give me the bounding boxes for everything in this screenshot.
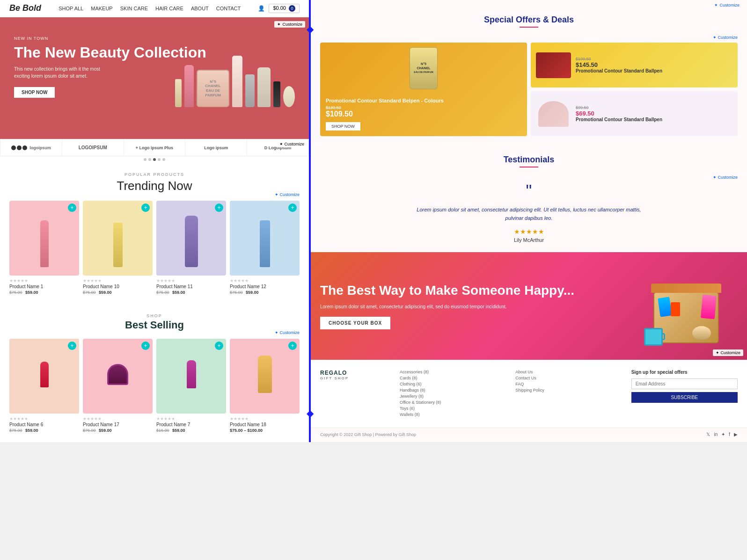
nav-contact[interactable]: CONTACT [216, 6, 241, 11]
footer-link-wallets[interactable]: Wallets (8) [400, 412, 506, 417]
add-to-cart-1[interactable]: + [68, 204, 76, 212]
logos-dots [0, 156, 309, 163]
bs-product-1-stars: ★★★★★ [9, 416, 79, 421]
customize-icon-right-top: ✦ [714, 3, 718, 7]
testimonials-customize[interactable]: ✦ Customize [320, 175, 738, 180]
main-nav: SHOP ALL MAKEUP SKIN CARE HAIR CARE ABOU… [59, 6, 241, 11]
dot-2[interactable] [148, 158, 151, 161]
footer-link-handbags[interactable]: Handbags (8) [400, 388, 506, 393]
product-3-price: $75.00 $59.00 [156, 290, 226, 295]
social-twitter[interactable]: 𝕏 [706, 432, 710, 437]
best-product-4-img: + [230, 339, 300, 414]
dot-4[interactable] [158, 158, 161, 161]
footer-link-about[interactable]: About Us [515, 370, 622, 374]
customize-icon-banner: ✦ [716, 350, 719, 355]
testimonial-author: Lily McArthur [320, 237, 738, 243]
add-best-3[interactable]: + [215, 342, 223, 350]
add-best-2[interactable]: + [141, 342, 150, 350]
banner-customize[interactable]: ✦ Customize [713, 349, 743, 356]
right-customize-top[interactable]: ✦ Customize [714, 3, 740, 7]
footer-link-faq[interactable]: FAQ [515, 382, 622, 386]
cart-count: 0 [289, 5, 295, 12]
logos-section: logoipsum LOGOIPSUM + Logo ipsum Plus Lo… [0, 139, 309, 163]
add-to-cart-3[interactable]: + [215, 204, 223, 212]
footer-link-shipping[interactable]: Shipping Policy [515, 388, 622, 393]
bs-product-2-price: $75.00 $59.00 [83, 428, 153, 433]
product-2-price: $75.00 $59.00 [83, 290, 153, 295]
gift-box [649, 269, 733, 343]
offers-underline [520, 27, 538, 28]
offers-title: Special Offers & Deals [320, 15, 738, 25]
nav-shop-all[interactable]: SHOP ALL [59, 6, 83, 11]
footer-link-contact[interactable]: Contact Us [515, 376, 622, 380]
product-4-stars: ★★★★★ [230, 278, 300, 283]
offers-grid: N°5CHANELEAU DE PARFUM Promotional Conto… [320, 43, 738, 136]
cart-button[interactable]: $0.00 0 [269, 4, 300, 13]
add-to-cart-4[interactable]: + [288, 204, 297, 212]
footer-info-list: About Us Contact Us FAQ Shipping Policy [515, 370, 622, 393]
nav-hair-care[interactable]: HAIR CARE [155, 6, 183, 11]
trending-product-2: + ★★★★★ Product Name 10 $75.00 $59.00 [83, 201, 153, 295]
social-facebook[interactable]: f [729, 432, 730, 437]
testimonials-title: Testimonials [320, 155, 738, 165]
trending-products-grid: ✦ Customize + ★★★★★ Product Name 1 $75.0… [9, 201, 300, 295]
site-logo[interactable]: Be Bold [9, 4, 41, 13]
footer-link-clothing[interactable]: Clothing (6) [400, 382, 506, 386]
nav-makeup[interactable]: MAKEUP [91, 6, 112, 11]
right-panel: ✦ Customize Special Offers & Deals ✦ Cus… [311, 0, 747, 442]
logo-item-2: LOGOIPSUM [62, 139, 124, 156]
footer-link-accessories[interactable]: Accessories (8) [400, 370, 506, 374]
best-selling-section: SHOP Best Selling ✦ Customize + ★★★★★ [0, 304, 309, 442]
hero-title: The New Beauty Collection [14, 44, 206, 61]
newsletter-email-input[interactable] [631, 378, 738, 389]
customize-icon-logos: ✦ [279, 142, 283, 146]
hero-description: This new collection brings with it the m… [14, 65, 108, 80]
add-to-cart-2[interactable]: + [141, 204, 150, 212]
footer-logo-area: REGALO GIFT SHOP [320, 370, 390, 418]
logo-item-4: Logo ipsum [185, 139, 247, 156]
trending-product-2-img: + [83, 201, 153, 276]
footer-link-toys[interactable]: Toys (6) [400, 406, 506, 411]
social-instagram[interactable]: ✦ [721, 432, 725, 437]
hero-cta-button[interactable]: SHOP NOW [14, 87, 55, 98]
bs-product-3-name: Product Name 7 [156, 422, 226, 427]
footer-link-cards[interactable]: Cards (8) [400, 376, 506, 380]
dot-1[interactable] [144, 158, 146, 161]
product-1-stars: ★★★★★ [9, 278, 79, 283]
bs-product-4-name: Product Name 18 [230, 422, 300, 427]
subscribe-button[interactable]: SUBSCRIBE [631, 392, 738, 403]
offer-main: N°5CHANELEAU DE PARFUM Promotional Conto… [320, 43, 527, 136]
logos-customize-button[interactable]: ✦ Customize [277, 141, 307, 147]
site-header: Be Bold SHOP ALL MAKEUP SKIN CARE HAIR C… [0, 0, 309, 17]
offers-customize[interactable]: ✦ Customize [320, 35, 738, 40]
choose-box-button[interactable]: CHOOSE YOUR BOX [320, 317, 390, 329]
nav-about[interactable]: ABOUT [191, 6, 209, 11]
best-product-1: + ★★★★★ Product Name 6 $75.00 $59.00 [9, 339, 79, 433]
offer-shop-now-btn[interactable]: SHOP NOW [326, 122, 360, 131]
dot-3[interactable] [153, 158, 156, 161]
nav-skin-care[interactable]: SKIN CARE [120, 6, 148, 11]
product-3-stars: ★★★★★ [156, 278, 226, 283]
logo-item-3: + Logo ipsum Plus [124, 139, 186, 156]
best-product-2: + ★★★★★ Product Name 17 $75.00 $59.00 [83, 339, 153, 433]
best-customize[interactable]: ✦ Customize [275, 330, 300, 335]
footer-links-col1: Accessories (8) Cards (8) Clothing (6) H… [400, 370, 506, 418]
social-youtube[interactable]: ▶ [734, 432, 738, 437]
add-best-4[interactable]: + [288, 342, 297, 350]
trending-customize[interactable]: ✦ Customize [275, 192, 300, 197]
user-icon[interactable]: 👤 [258, 5, 265, 12]
site-footer: REGALO GIFT SHOP Accessories (8) Cards (… [311, 360, 747, 428]
add-best-1[interactable]: + [68, 342, 76, 350]
footer-link-office[interactable]: Office & Stationery (8) [400, 400, 506, 405]
offer-main-title: Promotional Contour Standard Belpen - Co… [326, 98, 521, 118]
right-top-customize: ✦ Customize [311, 0, 747, 10]
best-product-2-img: + [83, 339, 153, 414]
copyright-text: Copyright © 2022 Gift Shop | Powered by … [320, 432, 416, 437]
best-product-4: + ★★★★★ Product Name 18 $75.00 – $100.00 [230, 339, 300, 433]
banner-text: The Best Way to Make Someone Happy... Lo… [320, 283, 635, 329]
dot-5[interactable] [162, 158, 165, 161]
social-linkedin[interactable]: in [714, 432, 718, 437]
trending-sub: POPULAR PRODUCTS [9, 172, 300, 177]
offer-right-bottom-img [535, 95, 572, 132]
footer-link-jewellery[interactable]: Jewellery (8) [400, 394, 506, 399]
